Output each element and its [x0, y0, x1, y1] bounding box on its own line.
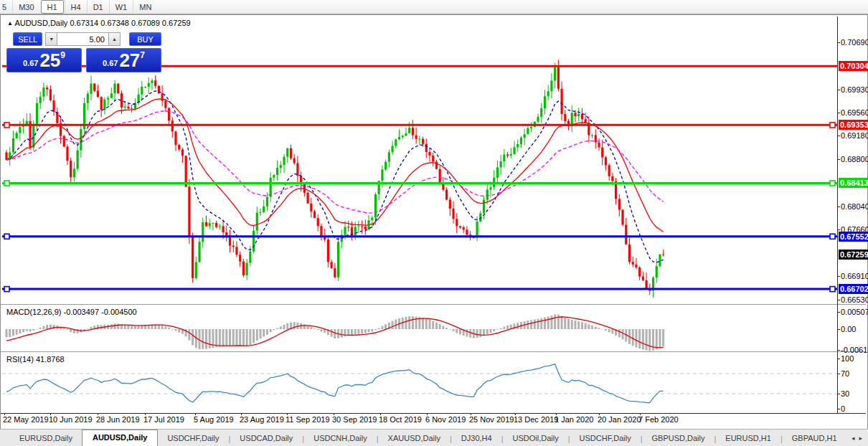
- sell-price-quote[interactable]: 0.67 25 9: [6, 48, 82, 72]
- rsi-axis-tickmark: [837, 394, 840, 394]
- price-axis-label: 0.68040: [841, 202, 868, 211]
- rsi-axis-tickmark: [837, 409, 840, 409]
- moving-average-45: [6, 111, 664, 213]
- trading-terminal: 5M30H1H4D1W1MN ▲ AUDUSD,Daily 0.67314 0.…: [0, 0, 868, 446]
- rsi-axis-label: 0: [841, 404, 845, 413]
- macd-axis-tickmark: [837, 350, 840, 351]
- timeframe-button-mn[interactable]: MN: [133, 0, 157, 14]
- symbol-name: AUDUSD,Daily: [14, 19, 67, 27]
- buy-button[interactable]: BUY: [129, 32, 161, 46]
- rsi-axis-label: 100: [841, 354, 854, 363]
- price-axis-tickmark: [837, 42, 840, 43]
- price-axis-tickmark: [837, 113, 840, 113]
- time-axis-label: 17 Jul 2019: [143, 415, 184, 424]
- price-axis-border: [837, 16, 838, 413]
- chart-window: ▲ AUDUSD,Daily 0.67314 0.67348 0.67089 0…: [0, 14, 868, 430]
- time-axis-label: 20 Jan 2020: [598, 415, 641, 424]
- price-axis-tickmark: [837, 300, 840, 300]
- price-axis-label: 0.69180: [841, 131, 868, 140]
- volume-input[interactable]: 5.00: [57, 32, 108, 46]
- time-axis-label: 22 May 2019: [3, 415, 49, 424]
- time-axis-label: 1 Jan 2020: [555, 415, 593, 424]
- symbol-ohlc-line: ▲ AUDUSD,Daily 0.67314 0.67348 0.67089 0…: [7, 19, 191, 27]
- price-axis-tickmark: [837, 207, 840, 207]
- chart-tab-eurusd-daily[interactable]: EURUSD,Daily: [10, 431, 82, 446]
- time-axis-label: 6 Nov 2019: [425, 415, 466, 424]
- timeframe-button-m30[interactable]: M30: [12, 0, 39, 14]
- price-axis-tickmark: [837, 276, 840, 277]
- time-axis-label: 23 Aug 2019: [240, 415, 284, 424]
- sell-button[interactable]: SELL: [13, 32, 42, 46]
- time-axis-label: 30 Sep 2019: [332, 415, 377, 424]
- price-axis-label: 0.66530: [841, 295, 868, 304]
- chart-tab-usdcad-daily[interactable]: USDCAD,Daily: [230, 431, 302, 446]
- price-axis-label: 0.70690: [841, 38, 868, 47]
- buy-price-quote[interactable]: 0.67 27 7: [86, 48, 161, 72]
- price-axis-tickmark: [837, 90, 840, 90]
- price-axis-tickmark: [837, 136, 840, 136]
- time-axis-label: 28 Jun 2019: [96, 415, 140, 424]
- price-axis-label: 0.66910: [841, 272, 868, 280]
- volume-increase-button[interactable]: ▲: [108, 32, 121, 46]
- timeframe-toolbar: 5M30H1H4D1W1MN: [0, 0, 868, 14]
- buy-price-big: 27: [119, 51, 140, 70]
- price-tag-0.67552: 0.67552: [839, 232, 868, 242]
- price-axis-label: 0.69930: [841, 85, 868, 94]
- macd-axis-label: -0.006148: [841, 346, 868, 354]
- rsi-axis-label: 70: [841, 369, 849, 378]
- price-axis-tickmark: [837, 159, 840, 160]
- time-axis-label: 25 Nov 2019: [469, 415, 514, 424]
- time-axis-label: 11 Sep 2019: [286, 415, 330, 424]
- time-axis-label: 7 Feb 2020: [638, 415, 679, 424]
- rsi-axis-tickmark: [837, 374, 840, 374]
- price-tag-0.67259: 0.67259: [839, 250, 868, 260]
- chart-tab-usdcnh-daily[interactable]: USDCNH,Daily: [304, 431, 377, 446]
- chart-tab-dj30-h4[interactable]: DJ30,H4: [452, 431, 501, 446]
- rsi-indicator-label: RSI(14) 41.8768: [6, 355, 65, 364]
- window-collapse-icon: ▲: [7, 20, 13, 27]
- price-axis-label: 0.69560: [841, 108, 868, 117]
- time-axis-label: 10 Jun 2019: [49, 415, 93, 424]
- price-tag-0.66702: 0.66702: [839, 284, 868, 294]
- ohlc-values: 0.67314 0.67348 0.67089 0.67259: [70, 19, 190, 27]
- chart-tab-bar: EURUSD,DailyAUDUSD,DailyUSDCHF,Daily|USD…: [0, 429, 868, 446]
- tab-scroll-buttons: ◂▸: [852, 435, 868, 442]
- macd-indicator-label: MACD(12,26,9) -0.003497 -0.004500: [6, 308, 137, 316]
- macd-axis-label: 0.00: [841, 325, 856, 333]
- chart-tab-gbpusd-daily[interactable]: GBPUSD,Daily: [643, 431, 714, 446]
- price-axis-tickmark: [837, 229, 840, 230]
- price-tag-0.70304: 0.70304: [839, 61, 868, 71]
- rsi-panel-canvas[interactable]: [2, 353, 837, 413]
- price-tag-0.69353: 0.69353: [839, 120, 868, 130]
- timeframe-button-h1[interactable]: H1: [41, 0, 64, 14]
- chart-tab-xauusd-daily[interactable]: XAUUSD,Daily: [379, 431, 450, 446]
- macd-axis-tickmark: [837, 329, 840, 330]
- buy-price-pip: 7: [140, 50, 145, 60]
- macd-axis-label: 0.005076: [841, 308, 868, 316]
- rsi-axis-tickmark: [837, 359, 840, 359]
- chart-tab-usdchf-daily[interactable]: USDCHF,Daily: [570, 431, 641, 446]
- timeframe-button-5[interactable]: 5: [0, 0, 12, 14]
- tab-scroll-right-icon[interactable]: ▸: [859, 435, 862, 442]
- timeframe-button-h4[interactable]: H4: [65, 0, 87, 14]
- timeframe-button-w1[interactable]: W1: [109, 0, 133, 14]
- timeframe-button-d1[interactable]: D1: [87, 0, 109, 14]
- sell-price-prefix: 0.67: [23, 59, 38, 67]
- chart-tab-audusd-daily[interactable]: AUDUSD,Daily: [82, 430, 158, 446]
- chart-tab-usdoil-daily[interactable]: USDOil,Daily: [503, 431, 567, 446]
- macd-axis-tickmark: [837, 312, 840, 313]
- chart-tab-usdchf-daily[interactable]: USDCHF,Daily: [158, 431, 228, 446]
- time-axis-label: 13 Dec 2019: [514, 415, 558, 424]
- price-axis-label: 0.68800: [841, 155, 868, 163]
- chart-tab-eurusd-h1[interactable]: EURUSD,H1: [716, 431, 780, 446]
- time-axis-label: 5 Aug 2019: [194, 415, 234, 424]
- buy-price-prefix: 0.67: [103, 59, 118, 67]
- chart-tab-gbpaud-h1[interactable]: GBPAUD,H1: [783, 431, 846, 446]
- sell-price-big: 25: [39, 51, 60, 70]
- one-click-trading-panel: SELL ▼ 5.00 ▲ BUY 0.67 25 9 0.67 27 7: [6, 32, 161, 72]
- tab-scroll-left-icon[interactable]: ◂: [852, 435, 855, 442]
- time-axis-border: [1, 413, 866, 414]
- volume-decrease-button[interactable]: ▼: [45, 32, 57, 46]
- rsi-axis-label: 30: [841, 389, 849, 398]
- time-axis-label: 18 Oct 2019: [379, 415, 422, 424]
